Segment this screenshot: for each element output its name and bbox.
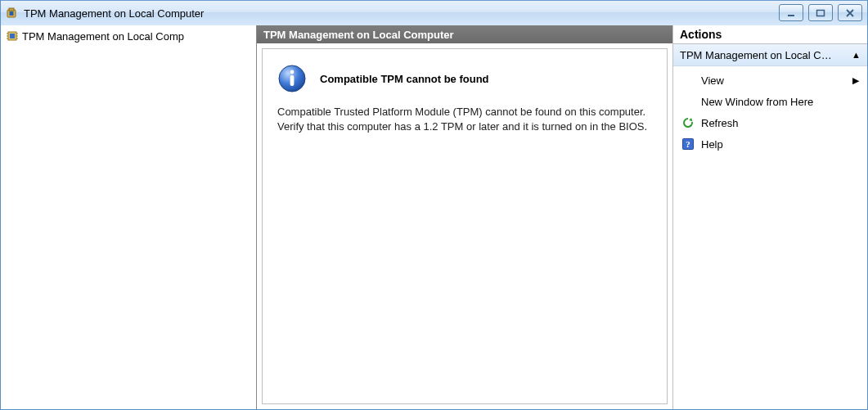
submenu-arrow-icon: ▶ [852,75,859,86]
client-area: TPM Management on Local Comp TPM Managem… [1,25,867,409]
actions-pane: Actions TPM Management on Local Co... ▲ … [673,25,867,409]
svg-rect-3 [788,15,794,16]
center-header: TPM Management on Local Computer [257,25,672,43]
refresh-icon [681,116,695,129]
svg-rect-15 [290,75,295,86]
info-body-text: Compatible Trusted Platform Module (TPM)… [277,105,652,133]
center-header-label: TPM Management on Local Computer [263,29,454,41]
action-new-window-label: New Window from Here [701,96,813,108]
titlebar: TPM Management on Local Computer [1,0,867,25]
center-body: Compatible TPM cannot be found Compatibl… [262,48,668,404]
window-controls [779,4,862,21]
tpm-chip-icon [6,29,19,43]
collapse-caret-icon: ▲ [852,50,861,60]
action-help-label: Help [701,138,723,151]
center-pane: TPM Management on Local Computer [257,25,673,409]
action-refresh-label: Refresh [701,117,739,129]
actions-scope-label: TPM Management on Local Co... [680,49,835,61]
maximize-button[interactable] [808,4,833,21]
svg-rect-6 [10,34,15,38]
svg-rect-4 [817,10,825,16]
tree-node-label: TPM Management on Local Comp [22,30,184,43]
info-icon [277,64,307,93]
window-title: TPM Management on Local Computer [24,7,204,20]
svg-point-14 [290,70,295,74]
tpm-app-icon [6,7,19,20]
mmc-window: TPM Management on Local Computer [0,0,868,410]
svg-rect-1 [9,8,14,11]
minimize-button[interactable] [779,4,803,21]
svg-rect-2 [10,11,14,16]
svg-text:?: ? [686,139,690,149]
help-icon: ? [681,137,695,151]
action-view[interactable]: View ▶ [673,70,867,91]
action-new-window[interactable]: New Window from Here [673,91,867,112]
actions-list: View ▶ New Window from Here Refresh [673,66,867,158]
tree-node-tpm-root[interactable]: TPM Management on Local Comp [1,25,256,47]
info-title: Compatible TPM cannot be found [320,73,489,85]
actions-header: Actions [673,25,867,44]
tree-pane: TPM Management on Local Comp [1,25,257,409]
actions-header-label: Actions [680,28,722,41]
action-help[interactable]: ? Help [673,133,867,155]
actions-scope-row[interactable]: TPM Management on Local Co... ▲ [673,44,867,66]
action-refresh[interactable]: Refresh [673,112,867,133]
info-header: Compatible TPM cannot be found [277,64,652,93]
close-button[interactable] [838,4,862,21]
action-view-label: View [701,74,724,87]
